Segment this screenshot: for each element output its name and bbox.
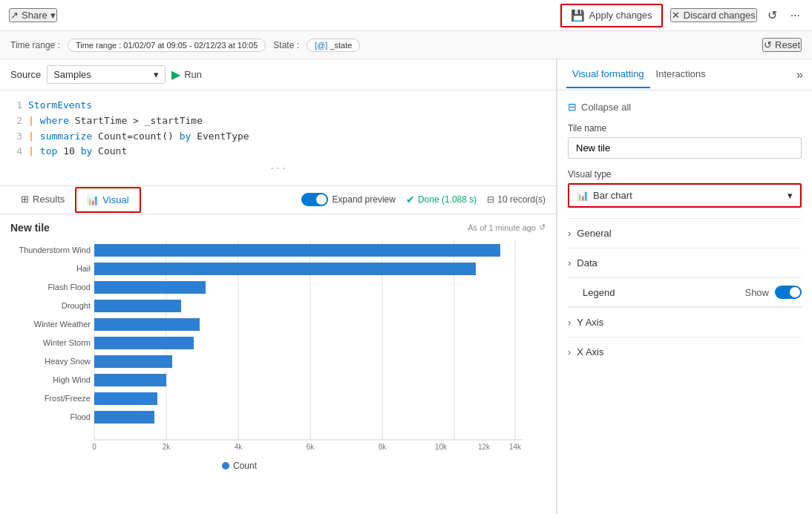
query-editor[interactable]: 1 StormEvents 2 | where StartTime > _sta… <box>0 90 556 186</box>
query-dots: ··· <box>10 159 546 178</box>
svg-text:12k: 12k <box>478 443 491 451</box>
legend-right: Show <box>744 286 802 299</box>
query-line-3: 3 | summarize Count=count() by EventType <box>10 129 546 145</box>
main-layout: Source Samples ▾ ▶ Run 1 StormEvents 2 |… <box>0 59 812 514</box>
reset-button[interactable]: ↺ Reset <box>762 38 802 52</box>
source-bar: Source Samples ▾ ▶ Run <box>0 59 556 90</box>
right-panel: Visual formatting Interactions » ⊟ Colla… <box>557 59 812 514</box>
state-pill[interactable]: [@] _state <box>307 39 360 52</box>
svg-text:0: 0 <box>92 443 96 451</box>
chevron-right-icon: › <box>568 228 571 239</box>
more-options-button[interactable]: ··· <box>788 6 803 25</box>
query-line-4: 4 | top 10 by Count <box>10 144 546 159</box>
tabs-left: ⊞ Results 📊 Visual <box>10 187 141 213</box>
bar-chart-icon: 📊 <box>87 194 99 205</box>
apply-changes-button[interactable]: 💾 Apply changes <box>560 4 663 27</box>
tile-name-label: Tile name <box>568 123 802 134</box>
svg-rect-14 <box>94 300 181 312</box>
records-icon: ⊟ <box>487 194 494 205</box>
close-icon: ✕ <box>672 10 680 21</box>
timestamp-text: As of 1 minute ago <box>468 223 536 232</box>
done-badge: ✔ Done (1.088 s) <box>406 194 477 205</box>
chevron-right-icon: › <box>568 346 571 358</box>
svg-text:Winter Weather: Winter Weather <box>34 320 91 329</box>
svg-text:8k: 8k <box>379 443 387 451</box>
svg-text:2k: 2k <box>163 443 171 451</box>
query-text-1: StormEvents <box>28 98 92 113</box>
svg-text:Winter Storm: Winter Storm <box>43 338 91 347</box>
save-icon: 💾 <box>571 9 585 22</box>
tab-visual[interactable]: 📊 Visual <box>75 187 140 213</box>
visual-type-group: Visual type 📊 Bar chart ▾ <box>568 169 802 208</box>
chevron-right-icon: › <box>568 257 571 268</box>
collapse-all-button[interactable]: ⊟ Collapse all <box>568 101 802 113</box>
bar-chart-svg: Thunderstorm Wind Hail Flash Flood Droug… <box>10 240 523 469</box>
state-label: State : <box>273 40 299 50</box>
tabs-bar: ⊞ Results 📊 Visual Expand preview ✔ <box>0 186 556 214</box>
discard-changes-button[interactable]: ✕ Discard changes <box>670 8 757 22</box>
tab-interactions[interactable]: Interactions <box>650 61 712 88</box>
chart-header: New tile As of 1 minute ago ↺ <box>10 222 546 234</box>
share-label: Share <box>22 10 48 21</box>
visual-type-select[interactable]: 📊 Bar chart ▾ <box>568 183 802 208</box>
records-label: 10 record(s) <box>497 194 546 205</box>
source-value: Samples <box>53 69 91 80</box>
y-axis-section[interactable]: › Y Axis <box>568 307 802 337</box>
x-axis-section[interactable]: › X Axis <box>568 337 802 366</box>
svg-text:Count: Count <box>233 461 258 469</box>
tab-results[interactable]: ⊞ Results <box>10 188 75 212</box>
svg-text:Hail: Hail <box>76 264 91 273</box>
tab-visual-formatting[interactable]: Visual formatting <box>566 61 650 88</box>
done-label: Done (1.088 s) <box>418 194 477 205</box>
chart-title: New tile <box>10 222 50 234</box>
share-icon: ↗ <box>10 10 19 21</box>
expand-preview-label: Expand preview <box>333 194 396 205</box>
svg-rect-24 <box>94 392 157 405</box>
x-axis-label: X Axis <box>577 346 603 358</box>
refresh-icon[interactable]: ↺ <box>539 223 546 232</box>
table-icon: ⊞ <box>21 194 29 205</box>
tabs-right: Expand preview ✔ Done (1.088 s) ⊟ 10 rec… <box>301 193 546 206</box>
visual-formatting-label: Visual formatting <box>572 68 644 79</box>
legend-section: Legend Show <box>568 277 802 306</box>
legend-show-label: Show <box>744 287 769 298</box>
svg-rect-12 <box>94 281 206 294</box>
expand-preview-toggle[interactable]: Expand preview <box>301 193 396 206</box>
top-bar-right: 💾 Apply changes ✕ Discard changes ↺ ··· <box>560 4 803 27</box>
top-bar-left: ↗ Share ▾ <box>9 8 57 22</box>
source-select[interactable]: Samples ▾ <box>47 65 166 84</box>
svg-rect-16 <box>94 318 200 331</box>
svg-text:10k: 10k <box>435 443 448 451</box>
svg-rect-10 <box>94 263 476 275</box>
general-section[interactable]: › General <box>568 218 802 248</box>
run-button[interactable]: ▶ Run <box>171 67 202 82</box>
tile-name-group: Tile name <box>568 123 802 159</box>
svg-rect-8 <box>94 244 500 257</box>
toggle-switch[interactable] <box>301 193 328 206</box>
reset-icon: ↺ <box>764 39 772 50</box>
tile-name-input[interactable] <box>568 137 802 159</box>
reset-label: Reset <box>775 39 800 50</box>
run-label: Run <box>184 69 202 80</box>
data-section-left: › Data <box>568 257 597 268</box>
share-button[interactable]: ↗ Share ▾ <box>9 8 57 22</box>
svg-text:Flood: Flood <box>70 412 91 421</box>
source-label: Source <box>10 69 41 80</box>
check-icon: ✔ <box>406 194 415 205</box>
play-icon: ▶ <box>171 67 180 82</box>
chart-area: New tile As of 1 minute ago ↺ <box>0 214 556 514</box>
data-section[interactable]: › Data <box>568 248 802 277</box>
legend-toggle-knob <box>790 287 800 297</box>
expand-right-panel-icon[interactable]: » <box>796 68 803 82</box>
x-axis-section-left: › X Axis <box>568 346 603 358</box>
svg-point-36 <box>222 462 229 469</box>
svg-text:Thunderstorm Wind: Thunderstorm Wind <box>19 246 91 254</box>
time-range-pill[interactable]: Time range : 01/02/07 at 09:05 - 02/12/2… <box>68 39 266 52</box>
chevron-down-icon: ▾ <box>788 190 793 201</box>
legend-toggle[interactable] <box>775 286 802 299</box>
general-section-left: › General <box>568 228 612 239</box>
query-line-1: 1 StormEvents <box>10 98 546 113</box>
refresh-button[interactable]: ↺ <box>764 5 780 25</box>
chevron-right-icon: › <box>568 317 571 328</box>
general-label: General <box>577 228 611 239</box>
